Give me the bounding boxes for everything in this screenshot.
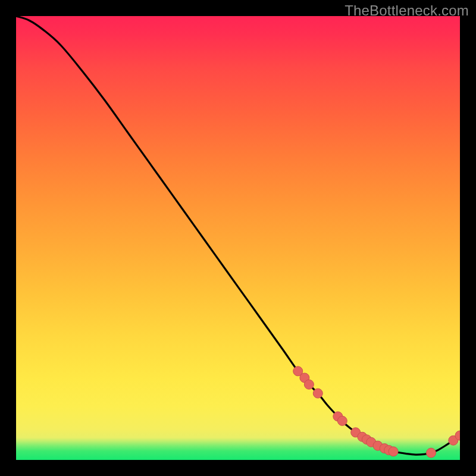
plot-svg: [16, 16, 460, 460]
curve-marker: [389, 447, 398, 456]
curve-marker: [304, 380, 314, 389]
curve-marker: [427, 448, 436, 458]
curve-marker: [313, 389, 322, 398]
curve-marker: [337, 416, 347, 425]
chart-stage: TheBottleneck.com: [0, 0, 476, 476]
curve-markers: [293, 367, 460, 458]
plot-area: [16, 16, 460, 460]
curve-path: [16, 16, 460, 455]
